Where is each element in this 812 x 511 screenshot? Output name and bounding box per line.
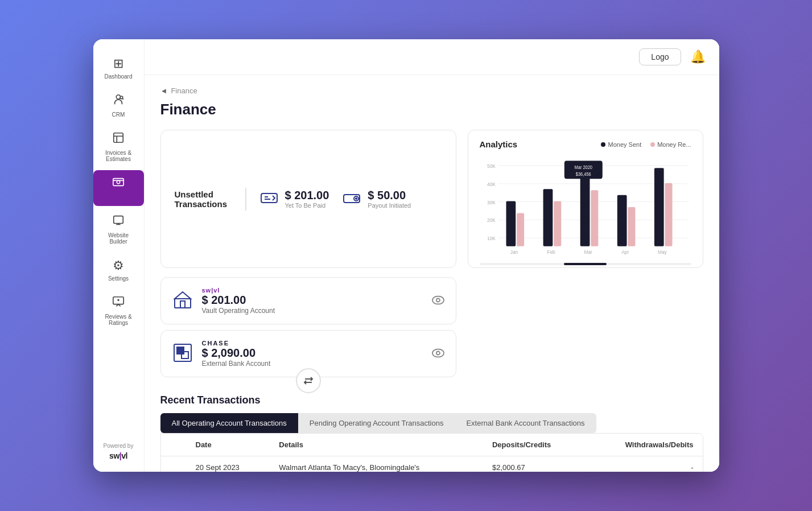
svg-rect-5 (114, 216, 123, 224)
sidebar: ⊞ Dashboard CRM Invoices & Estimates (93, 39, 145, 472)
legend-dot-received (650, 142, 655, 147)
svg-rect-3 (113, 179, 123, 186)
svg-marker-39 (175, 292, 191, 299)
vault-account-card: sw|vl $ 201.00 Vault Operating Account (160, 277, 456, 324)
payout-amount: $ 50.00 (368, 189, 411, 202)
page-title: Finance (160, 101, 703, 118)
svg-rect-44 (177, 347, 184, 354)
yet-to-pay-label: Yet To Be Paid (285, 202, 329, 209)
tab-external-bank[interactable]: External Bank Account Transactions (455, 413, 596, 433)
sidebar-label-dashboard: Dashboard (105, 73, 133, 80)
withdrawals-1: - (587, 456, 703, 472)
svg-rect-20 (506, 201, 516, 246)
deposits-1: $2,000.67 (483, 456, 587, 472)
svg-rect-2 (114, 133, 123, 143)
svg-text:30K: 30K (487, 199, 496, 205)
invoices-icon (112, 131, 125, 147)
reviews-icon (112, 295, 125, 311)
swivl-badge: sw|vl (202, 287, 275, 294)
payout-label: Payout Initiated (368, 202, 411, 209)
sidebar-label-invoices: Invoices & Estimates (105, 150, 131, 162)
main-content: Logo 🔔 ◄ Finance Finance UnsettledTransa… (145, 39, 719, 472)
svg-rect-22 (543, 189, 553, 246)
sidebar-label-settings: Settings (108, 275, 129, 282)
svg-text:$36,456: $36,456 (575, 172, 591, 178)
svg-point-42 (436, 298, 440, 302)
svg-text:20K: 20K (487, 217, 496, 224)
transactions-title: Recent Transactions (160, 394, 703, 406)
legend-sent: Money Sent (601, 141, 641, 148)
tab-all-operating[interactable]: All Operating Account Transactions (160, 413, 298, 433)
sidebar-item-invoices[interactable]: Invoices & Estimates (93, 126, 144, 168)
sidebar-item-crm[interactable]: CRM (93, 88, 144, 123)
svg-point-47 (436, 351, 440, 355)
svg-rect-40 (180, 301, 185, 308)
legend-received: Money Re... (650, 141, 691, 148)
svg-rect-27 (628, 207, 635, 246)
notification-bell-icon[interactable]: 🔔 (690, 50, 706, 64)
svg-point-4 (117, 180, 120, 184)
sidebar-label-reviews: Reviews & Ratings (105, 314, 131, 326)
payout-icon (343, 189, 361, 209)
svg-text:40K: 40K (487, 181, 496, 187)
svg-text:Feb: Feb (547, 249, 555, 255)
analytics-placeholder (468, 277, 703, 383)
vault-visibility-icon[interactable] (432, 294, 444, 307)
analytics-card: Analytics Money Sent Money Re... (468, 130, 703, 268)
vault-name: Vault Operating Account (202, 307, 275, 315)
sidebar-item-settings[interactable]: ⚙ Settings (93, 253, 144, 287)
sidebar-item-reviews[interactable]: Reviews & Ratings (93, 290, 144, 332)
svg-text:Mar 2020: Mar 2020 (574, 165, 592, 171)
app-header: Logo 🔔 (145, 39, 719, 75)
sidebar-label-website: Website Builder (108, 232, 129, 245)
transactions-table: Date Details Deposits/Credits Withdrawal… (161, 434, 703, 472)
svg-text:Jan: Jan (510, 249, 517, 255)
dashboard-icon: ⊞ (113, 56, 123, 71)
date-1: 20 Sept 2023 (187, 456, 270, 472)
svg-text:May: May (657, 249, 666, 255)
transactions-tabs: All Operating Account Transactions Pendi… (160, 413, 703, 433)
svg-rect-23 (554, 201, 561, 246)
bar-chart: 50K 40K 30K 20K 10K (480, 156, 691, 258)
page-content: ◄ Finance Finance UnsettledTransactions (145, 75, 719, 472)
account-cards: sw|vl $ 201.00 Vault Operating Account (160, 277, 703, 383)
svg-rect-24 (580, 177, 590, 246)
analytics-title: Analytics (480, 139, 518, 149)
breadcrumb-label: Finance (171, 86, 197, 95)
svg-rect-29 (665, 183, 672, 246)
svg-text:50K: 50K (487, 163, 496, 170)
transfer-button[interactable] (296, 368, 321, 393)
analytics-header: Analytics Money Sent Money Re... (480, 139, 691, 149)
col-withdrawals: Withdrawals/Debits (587, 434, 703, 456)
vault-amount: $ 201.00 (202, 294, 275, 307)
top-row: UnsettledTransactions $ 201.00 (160, 130, 703, 268)
svg-text:Apr: Apr (621, 249, 629, 255)
website-icon (112, 214, 125, 230)
sidebar-label-finance: Finance (108, 194, 129, 200)
logo-button[interactable]: Logo (639, 48, 681, 65)
chase-amount: $ 2,090.00 (202, 347, 271, 360)
details-1: Walmart Atlanta To Macy's, Bloomingdale'… (270, 456, 483, 472)
svg-point-1 (120, 96, 123, 99)
chase-bank-icon (172, 343, 193, 365)
svg-point-46 (432, 349, 444, 357)
settings-icon: ⚙ (113, 258, 124, 273)
sidebar-item-website[interactable]: Website Builder (93, 208, 144, 250)
unsettled-divider (245, 188, 246, 211)
yet-to-pay-item: $ 201.00 Yet To Be Paid (260, 189, 329, 209)
svg-rect-28 (654, 168, 663, 246)
vault-bank-icon (172, 290, 193, 312)
col-date: Date (187, 434, 270, 456)
crm-icon (112, 93, 125, 109)
svg-rect-25 (591, 190, 598, 246)
expand-cell-1 (161, 456, 187, 472)
tab-pending-operating[interactable]: Pending Operating Account Transactions (298, 413, 455, 433)
unsettled-label: UnsettledTransactions (175, 189, 232, 209)
sidebar-item-dashboard[interactable]: ⊞ Dashboard (93, 51, 144, 85)
sidebar-item-finance[interactable]: Finance (93, 170, 144, 206)
svg-rect-38 (175, 299, 191, 308)
swivl-brand: sw|vl (104, 451, 134, 460)
chase-visibility-icon[interactable] (432, 347, 444, 360)
svg-rect-21 (517, 213, 524, 246)
col-expand (161, 434, 187, 456)
